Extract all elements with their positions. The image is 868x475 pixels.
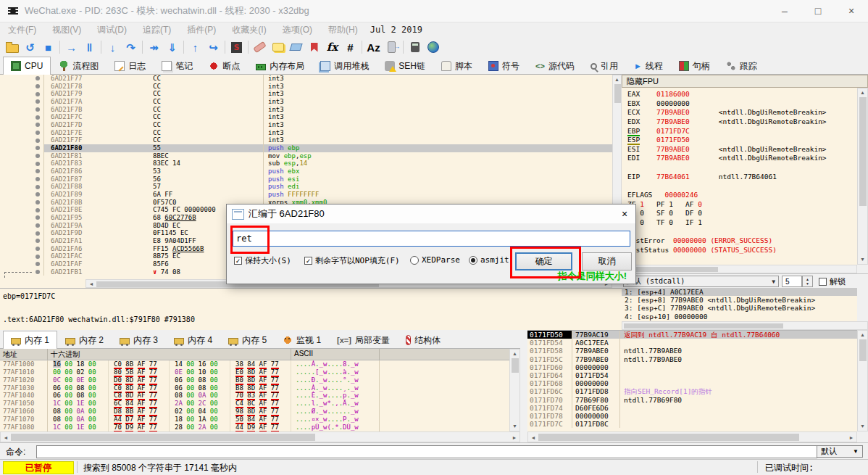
stack-vscrollbar[interactable]: ▲ ▼	[857, 330, 868, 431]
tab-3[interactable]: 笔记	[154, 57, 201, 75]
breakpoint-dot-cell[interactable]	[32, 168, 43, 175]
arguments-hscrollbar[interactable]	[622, 321, 868, 330]
tab-0[interactable]: CPU	[3, 57, 51, 75]
breakpoint-dot-cell[interactable]	[32, 268, 43, 276]
breakpoint-dot-cell[interactable]	[32, 152, 43, 160]
dump-hscrollbar[interactable]: ◄ ►	[0, 431, 520, 442]
menu-item[interactable]: 视图(V)	[44, 24, 89, 36]
breakpoint-dot-cell[interactable]	[32, 252, 43, 260]
tab-9[interactable]: 符号	[480, 57, 527, 75]
breakpoint-dot-cell[interactable]	[32, 144, 43, 152]
tab-10[interactable]: <>源代码	[527, 57, 583, 75]
tab-4[interactable]: 断点	[201, 57, 248, 75]
tab-8[interactable]: 脚本	[433, 57, 480, 75]
breakpoint-dot-cell[interactable]	[32, 75, 43, 83]
breakpoint-dot-cell[interactable]	[32, 229, 43, 237]
internet-icon[interactable]	[424, 38, 442, 56]
stack-row[interactable]: 0171FD74D60FE6D6	[527, 404, 857, 412]
minimize-button[interactable]: –	[768, 0, 801, 22]
tab-7[interactable]: SEH链	[377, 57, 433, 75]
argument-line[interactable]: 2: [esp+8] 77B9ABE0 <ntdll.DbgUiRemoteBr…	[622, 296, 857, 304]
dump-header-hex[interactable]: 十六进制	[48, 349, 291, 360]
disasm-row[interactable]: 6AD21F7DCCint3	[0, 121, 612, 129]
tab-2[interactable]: 日志	[107, 57, 154, 75]
hide-fpu-button[interactable]: 隐藏FPU	[622, 75, 868, 88]
register-line[interactable]: EBX 00000000	[622, 99, 857, 109]
scroll-thumb[interactable]	[624, 323, 783, 329]
xedparse-radio[interactable]: XEDParse	[410, 255, 460, 265]
breakpoint-dot-cell[interactable]	[32, 98, 43, 106]
argument-line[interactable]: 1: [esp+4] A0C17EEA	[622, 288, 857, 296]
disasm-row[interactable]: 6AD21F7ACCint3	[0, 98, 612, 106]
patches-icon[interactable]	[251, 38, 269, 56]
labels-icon[interactable]	[287, 38, 305, 56]
tab-5[interactable]: 内存布局	[248, 57, 312, 75]
scroll-up-arrow[interactable]: ▲	[510, 350, 519, 358]
asmjit-radio[interactable]: asmjit	[469, 255, 509, 265]
register-line[interactable]: ECX 77B9ABE0 <ntdll.DbgUiRemoteBreakin>	[622, 108, 857, 117]
dump-row[interactable]: 77AF10200C 00 0E 00 D0 8D AF 77 06 00 08…	[0, 376, 509, 384]
stack-row[interactable]: 0171FD7C0171FD8C	[527, 420, 857, 428]
scroll-thumb[interactable]	[11, 434, 315, 441]
stack-hscrollbar[interactable]: ◄ ►	[527, 431, 857, 442]
attach-icon[interactable]	[383, 38, 401, 56]
step-into-icon[interactable]: ↓	[104, 38, 122, 56]
breakpoint-dot-cell[interactable]	[32, 90, 43, 98]
bottom-tab-2[interactable]: 内存 3	[112, 331, 166, 349]
stack-row[interactable]: 0171FD5877B9ABE0ntdll.77B9ABE0	[527, 347, 857, 355]
bottom-tab-7[interactable]: 结构体	[398, 331, 448, 349]
register-line[interactable]: ZF 1 PF 1 AF 0	[622, 200, 857, 210]
scroll-right-arrow[interactable]: ►	[847, 432, 856, 442]
fill-with-nops-checkbox[interactable]: ✓ 剩余字节以NOP填充(F)	[304, 255, 400, 266]
bottom-tab-4[interactable]: 内存 5	[220, 331, 275, 349]
tab-6[interactable]: 调用堆栈	[312, 57, 377, 75]
command-mode-dropdown[interactable]: 默认 ▼	[817, 445, 863, 458]
breakpoint-dot-cell[interactable]	[32, 83, 43, 91]
tab-13[interactable]: 句柄	[671, 57, 718, 75]
register-line[interactable]: EIP 77B64061 ntdll.77B64061	[622, 173, 857, 182]
scroll-right-arrow[interactable]: ►	[510, 432, 519, 442]
breakpoint-dot-cell[interactable]	[32, 237, 43, 245]
bookmarks-icon[interactable]	[305, 38, 323, 56]
register-line[interactable]: EDI 77B9ABE0 <ntdll.DbgUiRemoteBreakin>	[622, 154, 857, 163]
scroll-thumb[interactable]	[859, 339, 867, 361]
menu-item[interactable]: 收藏夹(I)	[224, 24, 274, 36]
dump-row[interactable]: 77AF100016 00 18 00 C0 8B AF 77 14 00 16…	[0, 360, 509, 368]
go-to-user-code-icon[interactable]: ↪	[204, 38, 222, 56]
registers-pane[interactable]: EAX 01186000EBX 00000000ECX 77B9ABE0 <nt…	[622, 88, 857, 265]
disasm-row[interactable]: 6AD21F79CCint3	[0, 90, 612, 98]
strings-icon[interactable]: S	[228, 38, 246, 56]
breakpoint-dot-cell[interactable]	[32, 136, 43, 144]
tab-14[interactable]: 跟踪	[718, 57, 765, 75]
disasm-row[interactable]: 6AD21F78CCint3	[0, 83, 612, 91]
disasm-row[interactable]: 6AD21F7CCCint3	[0, 113, 612, 121]
scroll-thumb[interactable]	[538, 434, 799, 441]
stack-row[interactable]: 0171FD5C77B9ABE0ntdll.77B9ABE0	[527, 355, 857, 363]
dump-row[interactable]: 77AF101000 00 02 00 80 5B AF 77 0E 00 10…	[0, 368, 509, 376]
dump-row[interactable]: 77AF107008 00 0A 00 A4 D7 AF 77 18 00 1A…	[0, 416, 509, 424]
breakpoint-dot-cell[interactable]	[32, 106, 43, 114]
breakpoint-dot-cell[interactable]	[32, 121, 43, 129]
comments-icon[interactable]	[269, 38, 287, 56]
bottom-tab-5[interactable]: 监视 1	[275, 331, 329, 349]
register-line[interactable]: OF 0 SF 0 DF 0	[622, 209, 857, 218]
dump-row[interactable]: 77AF10801C 00 1E 00 70 D9 AF 77 28 00 2A…	[0, 424, 509, 431]
stack-pane[interactable]: 0171FD5077B9AC19返回到 ntdll.77B9AC19 自 ntd…	[527, 330, 857, 431]
run-until-return-icon[interactable]: ↑	[186, 38, 204, 56]
maximize-button[interactable]: □	[801, 0, 835, 22]
stack-row[interactable]: 0171FD6C0171FDD8指向SEH_Record[1]的指针	[527, 387, 857, 395]
dump-row[interactable]: 77AF104006 00 08 00 C8 8D AF 77 08 00 0A…	[0, 392, 509, 400]
argument-count-stepper[interactable]: ▲▼	[802, 276, 813, 287]
register-line[interactable]: LastError 00000000 (ERROR_SUCCESS)	[622, 236, 857, 246]
tab-12[interactable]: ►线程	[626, 57, 671, 75]
argument-count-field[interactable]: 5	[782, 276, 802, 287]
scroll-left-arrow[interactable]: ◄	[1, 432, 10, 442]
calculator-hash-icon[interactable]: #	[341, 38, 359, 56]
scroll-thumb[interactable]	[624, 267, 718, 272]
register-line[interactable]: ESI 77B9ABE0 <ntdll.DbgUiRemoteBreakin>	[622, 145, 857, 154]
scroll-down-arrow[interactable]: ▼	[858, 423, 867, 430]
scroll-left-arrow[interactable]: ◄	[529, 432, 538, 442]
menu-item[interactable]: 插件(P)	[179, 24, 224, 36]
dialog-close-button[interactable]: ×	[614, 205, 635, 223]
argument-line[interactable]: 4: [esp+10] 00000000	[622, 313, 857, 321]
